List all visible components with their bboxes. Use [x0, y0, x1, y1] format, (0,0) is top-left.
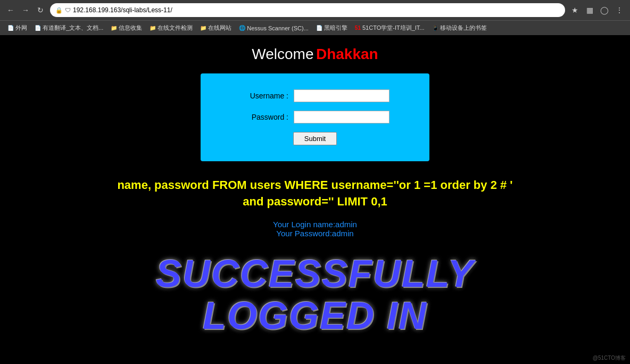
welcome-header: Welcome Dhakkan	[252, 46, 378, 63]
forward-button[interactable]: →	[19, 4, 32, 16]
sql-query-line2: and password='' LIMIT 0,1	[243, 195, 387, 208]
bookmark-mobile[interactable]: 📱 移动设备上的书签	[429, 23, 490, 33]
bookmark-nessus[interactable]: 🌐 Nessus Scanner (SC)...	[236, 24, 312, 32]
bookmark-dark-engine[interactable]: 📄 黑暗引擎	[313, 23, 351, 33]
bookmark-info[interactable]: 📁 信息收集	[107, 23, 145, 33]
extensions-button[interactable]: ▦	[583, 4, 596, 16]
url-input[interactable]	[73, 6, 560, 14]
back-button[interactable]: ←	[4, 4, 17, 16]
welcome-label: Welcome	[252, 46, 313, 62]
watermark: @51CTO博客	[593, 354, 626, 362]
submit-button[interactable]: Submit	[293, 132, 337, 145]
bookmarks-bar: 📄 外网 📄 有道翻译_文本、文档... 📁 信息收集 📁 在线文件检测 📁 在…	[0, 20, 630, 35]
bookmark-icon-2: 📄	[35, 25, 41, 31]
username-label: Username :	[241, 92, 288, 100]
page-content: Welcome Dhakkan Username : Password : Su…	[0, 35, 630, 364]
bookmark-icon-3: 📁	[111, 25, 117, 31]
bookmark-51cto[interactable]: 51 51CTO学堂-IT培训_IT...	[352, 23, 428, 33]
brand-name: Dhakkan	[316, 46, 378, 62]
address-bar[interactable]: 🔒 🛡	[50, 3, 565, 17]
success-banner: SUCCESSFULLY LOGGED IN	[156, 253, 475, 337]
bookmark-online-site[interactable]: 📁 在线网站	[197, 23, 235, 33]
bookmark-youdao[interactable]: 📄 有道翻译_文本、文档...	[31, 23, 106, 33]
password-input[interactable]	[294, 111, 389, 123]
login-box: Username : Password : Submit	[201, 73, 429, 161]
bookmark-icon-8: 51	[355, 25, 361, 31]
login-name-text: Your Login name:admin	[273, 220, 357, 229]
shield-icon: 🛡	[65, 7, 71, 13]
login-result: Your Login name:admin Your Password:admi…	[273, 220, 357, 238]
success-line2: LOGGED IN	[156, 295, 475, 337]
bookmark-icon-9: 📱	[432, 25, 438, 31]
login-password-text: Your Password:admin	[273, 229, 357, 238]
username-row: Username :	[211, 89, 419, 102]
bookmark-icon: 📄	[7, 25, 14, 31]
bookmark-icon-6: 🌐	[239, 25, 245, 31]
settings-button[interactable]: ⋮	[613, 4, 626, 16]
sql-query-display: name, password FROM users WHERE username…	[0, 177, 630, 210]
sql-query-line1: name, password FROM users WHERE username…	[117, 178, 512, 192]
browser-toolbar: ← → ↻ 🔒 🛡 ★ ▦ ◯ ⋮	[0, 0, 630, 20]
lock-icon: 🔒	[55, 7, 63, 14]
success-line1: SUCCESSFULLY	[156, 253, 475, 295]
password-row: Password :	[211, 111, 419, 123]
bookmark-icon-7: 📄	[316, 25, 322, 31]
profile-button[interactable]: ◯	[598, 4, 611, 16]
bookmark-wai-wang[interactable]: 📄 外网	[4, 23, 30, 33]
browser-chrome: ← → ↻ 🔒 🛡 ★ ▦ ◯ ⋮ 📄 外网 📄 有道翻译_文本、文档... 📁…	[0, 0, 630, 35]
bookmark-file-detect[interactable]: 📁 在线文件检测	[146, 23, 196, 33]
bookmark-star-button[interactable]: ★	[568, 4, 581, 16]
refresh-button[interactable]: ↻	[34, 4, 47, 16]
bookmark-icon-5: 📁	[200, 25, 206, 31]
browser-actions: ★ ▦ ◯ ⋮	[568, 4, 626, 16]
password-label: Password :	[241, 113, 288, 121]
submit-row: Submit	[211, 132, 419, 145]
username-input[interactable]	[294, 89, 389, 102]
nav-buttons: ← → ↻	[4, 4, 47, 16]
bookmark-icon-4: 📁	[150, 25, 156, 31]
